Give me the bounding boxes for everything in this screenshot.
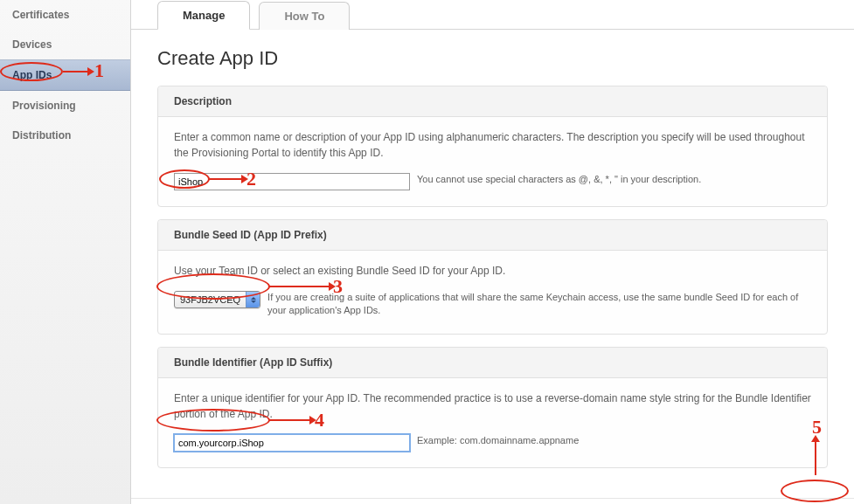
seed-select-value: 93FJB2VCEQ (175, 294, 246, 305)
seed-hint: If you are creating a suite of applicati… (267, 291, 811, 318)
main-area: Manage How To Create App ID Description … (131, 0, 854, 504)
section-bundle-text: Enter a unique identifier for your App I… (174, 390, 811, 422)
sidebar-item-distribution[interactable]: Distribution (0, 121, 130, 150)
bundle-hint: Example: com.domainname.appname (417, 434, 811, 447)
section-description-text: Enter a common name or description of yo… (174, 129, 811, 161)
description-hint: You cannot use special characters as @, … (417, 173, 811, 186)
button-bar: Cancel Submit (131, 498, 854, 504)
tab-how-to[interactable]: How To (259, 2, 350, 30)
sidebar-item-certificates[interactable]: Certificates (0, 0, 130, 30)
description-input[interactable] (174, 173, 410, 190)
tab-manage[interactable]: Manage (157, 1, 250, 30)
content: Create App ID Description Enter a common… (131, 30, 854, 498)
section-bundle: Bundle Identifier (App ID Suffix) Enter … (157, 347, 828, 468)
section-seed-text: Use your Team ID or select an existing B… (174, 263, 811, 279)
sidebar-item-devices[interactable]: Devices (0, 30, 130, 59)
dropdown-icon (246, 292, 260, 307)
sidebar-item-provisioning[interactable]: Provisioning (0, 91, 130, 121)
tabs: Manage How To (131, 0, 854, 30)
seed-select[interactable]: 93FJB2VCEQ (174, 291, 260, 308)
section-seed: Bundle Seed ID (App ID Prefix) Use your … (157, 219, 828, 335)
section-description-header: Description (158, 86, 827, 117)
page-title: Create App ID (157, 47, 828, 70)
section-bundle-header: Bundle Identifier (App ID Suffix) (158, 348, 827, 378)
bundle-input[interactable] (174, 434, 410, 452)
sidebar: Certificates Devices App IDs Provisionin… (0, 0, 131, 504)
section-seed-header: Bundle Seed ID (App ID Prefix) (158, 220, 827, 251)
section-description: Description Enter a common name or descr… (157, 86, 828, 207)
sidebar-item-app-ids[interactable]: App IDs (0, 59, 130, 91)
